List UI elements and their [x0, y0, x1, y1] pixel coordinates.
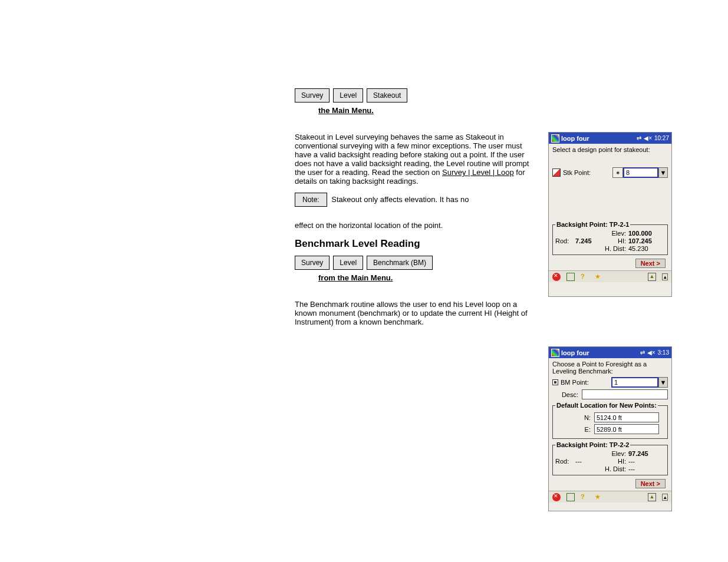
hi-val-1: 107.245 — [628, 237, 655, 244]
help-icon[interactable]: ? — [581, 273, 589, 281]
bm-point-label: BM Point: — [561, 379, 589, 386]
windows-flag-icon-2 — [551, 349, 559, 357]
windows-flag-icon — [551, 134, 559, 143]
pda-stakeout-screen: loop four ⇄ ◀× 10:27 Select a design poi… — [548, 132, 672, 297]
bm-point-row: BM Point: ▼ — [552, 377, 668, 388]
titlebar-1: loop four ⇄ ◀× 10:27 — [549, 133, 671, 144]
backsight-legend-2: Backsight Point: TP-2-2 — [555, 441, 630, 448]
bm-dropdown[interactable]: ▼ — [658, 377, 668, 388]
sync-icon-2: ⇄ — [640, 349, 645, 356]
rod-val-1: 7.245 — [575, 237, 599, 244]
section-header-benchmark: Benchmark Level Reading — [295, 238, 531, 250]
note-text: Stakeout only affects elevation. It has … — [331, 195, 469, 204]
menu-chip-benchmark: Benchmark (BM) — [367, 256, 433, 270]
note-row: Note: Stakeout only affects elevation. I… — [295, 193, 531, 207]
menu-chip-stakeout: Stakeout — [367, 88, 407, 103]
rod-label-2: Rod: — [555, 458, 573, 465]
menu-breadcrumb-1: Survey Level Stakeout — [295, 88, 531, 103]
titlebar-2: loop four ⇄ ◀× 3:13 — [549, 347, 671, 358]
bm-point-input[interactable] — [611, 377, 658, 388]
e-label: E: — [555, 426, 591, 433]
clock-1: 10:27 — [654, 135, 669, 141]
stk-point-label: Stk Point: — [563, 169, 591, 176]
status-icons-1: ⇄ ◀× 10:27 — [637, 135, 669, 141]
next-button-2[interactable]: Next > — [635, 479, 666, 488]
hi-label-1: HI: — [601, 237, 626, 244]
default-location-legend: Default Location for New Points: — [555, 402, 658, 409]
hd-val-1: 45.230 — [628, 245, 655, 252]
default-location-group: Default Location for New Points: N: E: — [552, 402, 668, 439]
clock-2: 3:13 — [658, 349, 669, 356]
elev-val-2: 97.245 — [628, 450, 655, 457]
hi-val-2: --- — [628, 458, 655, 465]
instruction-2: Choose a Point to Foresight as a Levelin… — [552, 361, 668, 375]
warning-icon-2[interactable]: ▲ — [648, 493, 656, 501]
menu-chip-level: Level — [333, 88, 363, 103]
star-icon[interactable]: ★ — [595, 273, 603, 281]
pda-benchmark-screen: loop four ⇄ ◀× 3:13 Choose a Point to Fo… — [548, 346, 672, 511]
backsight-group-2: Backsight Point: TP-2-2 Elev: 97.245 Rod… — [552, 441, 668, 475]
title-1: loop four — [561, 135, 637, 142]
e-input[interactable] — [594, 424, 659, 434]
backsight-group-1: Backsight Point: TP-2-1 Elev: 100.000 Ro… — [552, 221, 668, 255]
benchmark-paragraph: The Benchmark routine allows the user to… — [295, 300, 531, 326]
volume-icon: ◀× — [644, 135, 652, 141]
bm-pin-icon — [552, 379, 558, 385]
elev-val-1: 100.000 — [628, 230, 655, 237]
note-continued: effect on the horizontal location of the… — [295, 221, 531, 230]
menu-caption-2: from the Main Menu. — [318, 273, 531, 282]
toolbar-2: ? ★ ▲ ▴ — [549, 491, 671, 503]
close-icon[interactable] — [552, 273, 561, 281]
sip-up-icon-2[interactable]: ▴ — [662, 494, 668, 501]
stk-dropdown[interactable]: ▼ — [658, 167, 668, 178]
client-area-1: Select a design point for stakeout: Stk … — [549, 144, 671, 270]
notes-icon-2[interactable] — [566, 493, 575, 501]
left-text-block: Survey Level Stakeout the Main Menu. Sta… — [295, 88, 531, 332]
menu-chip-survey-2: Survey — [295, 256, 330, 270]
warning-icon[interactable]: ▲ — [648, 273, 656, 281]
client-area-2: Choose a Point to Foresight as a Levelin… — [549, 358, 671, 491]
stk-point-row: Stk Point: ✶ ▼ — [552, 167, 668, 178]
rod-label-1: Rod: — [555, 237, 573, 244]
instruction-1: Select a design point for stakeout: — [552, 146, 668, 153]
sync-icon: ⇄ — [637, 135, 641, 141]
sip-up-icon[interactable]: ▴ — [662, 273, 668, 280]
menu-caption-1: the Main Menu. — [318, 106, 531, 115]
menu-chip-survey: Survey — [295, 88, 330, 103]
hd-label-1: H. Dist: — [601, 245, 626, 252]
stk-pin-icon — [552, 168, 561, 177]
desc-row: Desc: — [552, 389, 668, 399]
hd-val-2: --- — [628, 465, 655, 472]
map-pick-icon[interactable]: ✶ — [612, 167, 623, 178]
notes-icon[interactable] — [566, 273, 575, 281]
note-chip: Note: — [295, 193, 327, 207]
para1-link[interactable]: Survey | Level | Loop — [442, 168, 514, 177]
close-icon-2[interactable] — [552, 493, 561, 501]
n-label: N: — [555, 414, 591, 421]
n-input[interactable] — [594, 412, 659, 422]
title-2: loop four — [561, 349, 640, 356]
backsight-legend-1: Backsight Point: TP-2-1 — [555, 221, 630, 228]
next-button-1[interactable]: Next > — [635, 259, 666, 268]
hd-label-2: H. Dist: — [601, 465, 626, 472]
menu-breadcrumb-2: Survey Level Benchmark (BM) — [295, 256, 531, 270]
star-icon-2[interactable]: ★ — [595, 493, 603, 501]
volume-icon-2: ◀× — [647, 349, 655, 356]
stakeout-paragraph: Stakeout in Level surveying behaves the … — [295, 133, 531, 186]
hi-label-2: HI: — [601, 458, 626, 465]
elev-label-2: Elev: — [601, 450, 626, 457]
elev-label-1: Elev: — [601, 230, 626, 237]
help-icon-2[interactable]: ? — [581, 493, 589, 501]
desc-input[interactable] — [582, 389, 668, 399]
status-icons-2: ⇄ ◀× 3:13 — [640, 349, 669, 356]
menu-chip-level-2: Level — [333, 256, 363, 270]
toolbar-1: ? ★ ▲ ▴ — [549, 270, 671, 282]
stk-point-input[interactable] — [623, 167, 658, 178]
rod-val-2: --- — [575, 458, 599, 465]
desc-label: Desc: — [552, 391, 578, 398]
